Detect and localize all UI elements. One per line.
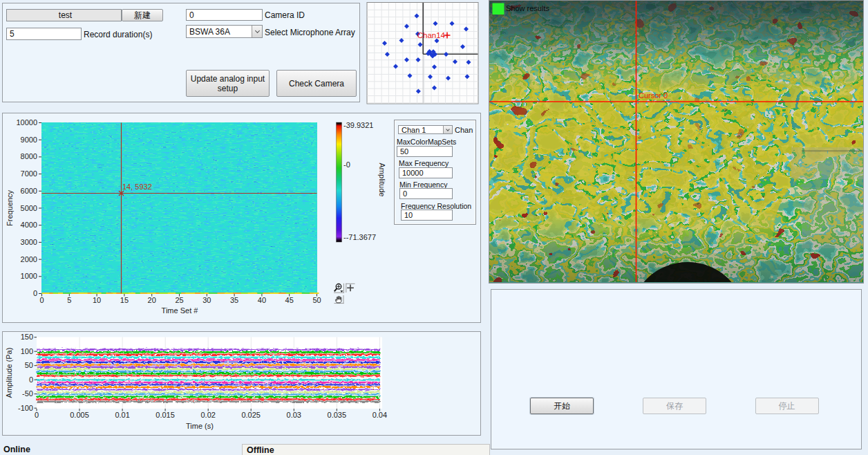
svg-text:50: 50 [25,361,33,369]
svg-text:-50: -50 [22,389,33,398]
svg-text:-100: -100 [18,404,33,412]
svg-text:150: 150 [21,333,33,341]
svg-text:-39.9321: -39.9321 [343,121,373,129]
svg-text:0.005: 0.005 [70,411,89,419]
svg-text:Cursor 0: Cursor 0 [639,91,668,100]
svg-text:7000: 7000 [21,169,37,178]
svg-text:9000: 9000 [21,136,37,144]
svg-text:0.01: 0.01 [115,411,129,419]
svg-text:Time (s): Time (s) [186,422,214,430]
svg-text:-0: -0 [343,160,350,169]
svg-text:2000: 2000 [21,255,37,263]
svg-text:0.035: 0.035 [328,411,347,419]
svg-text:5000: 5000 [21,204,37,212]
svg-text:Frequency: Frequency [6,190,14,226]
svg-text:Amplitude: Amplitude [378,163,386,197]
svg-text:0.03: 0.03 [287,411,301,419]
svg-text:14, 5932: 14, 5932 [122,183,152,191]
svg-text:--71.3677: --71.3677 [343,233,376,241]
svg-text:0.04: 0.04 [372,411,387,419]
svg-text:1000: 1000 [21,272,37,280]
svg-text:10000: 10000 [16,118,37,127]
svg-text:3000: 3000 [21,238,37,246]
svg-text:0.015: 0.015 [155,411,175,419]
svg-text:8000: 8000 [21,152,37,160]
svg-text:0.025: 0.025 [241,411,261,419]
svg-text:0: 0 [29,375,33,384]
svg-text:0: 0 [35,411,39,419]
svg-text:Amplitude (Pa): Amplitude (Pa) [5,348,13,398]
svg-text:0.02: 0.02 [200,411,215,419]
svg-text:6000: 6000 [21,187,37,195]
svg-text:100: 100 [21,347,33,355]
svg-text:Show results: Show results [506,4,549,12]
svg-text:4000: 4000 [21,221,37,229]
